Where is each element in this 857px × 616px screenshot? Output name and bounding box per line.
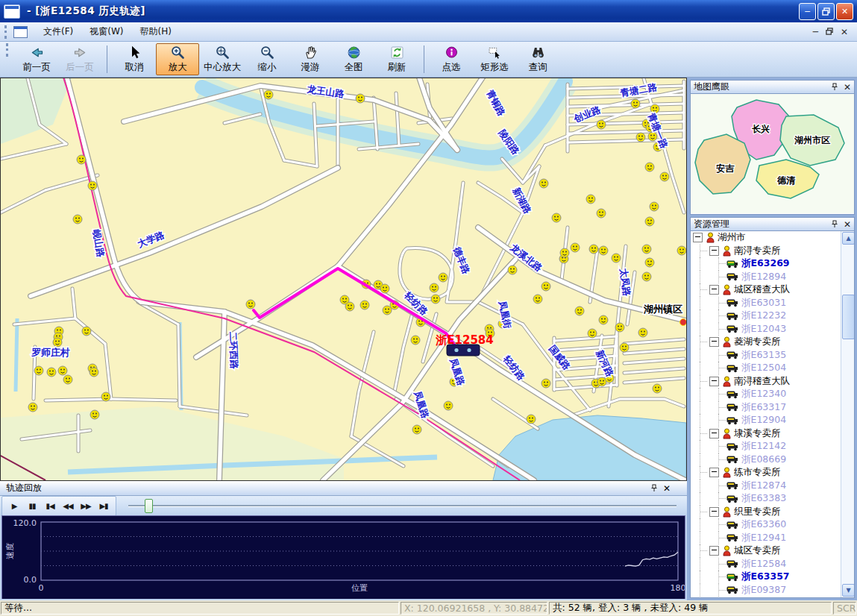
expand-icon[interactable] xyxy=(693,233,703,242)
smiley-marker-icon[interactable] xyxy=(571,243,580,252)
tree-vehicle[interactable]: 浙E63357 xyxy=(691,571,841,584)
fast-forward-button[interactable]: ▶▶ xyxy=(77,498,95,514)
mdi-close-button[interactable]: ✕ xyxy=(841,28,848,37)
smiley-marker-icon[interactable] xyxy=(620,343,629,352)
tree-group[interactable]: 菱湖专卖所 xyxy=(691,336,841,349)
toolbar-button-cancel-cursor[interactable]: 取消 xyxy=(113,43,156,75)
tree-vehicle[interactable]: 浙E12142 xyxy=(691,440,841,453)
smiley-marker-icon[interactable] xyxy=(63,375,72,384)
tree-group[interactable]: 城区稽查大队 xyxy=(691,283,841,297)
tree-vehicle[interactable]: 浙E12232 xyxy=(691,309,841,323)
tree-vehicle[interactable]: 浙E12904 xyxy=(691,414,841,427)
smiley-marker-icon[interactable] xyxy=(650,202,659,211)
tree-group[interactable]: 织里专卖所 xyxy=(691,506,841,519)
smiley-marker-icon[interactable] xyxy=(645,217,654,226)
pin-icon[interactable] xyxy=(831,220,838,228)
smiley-marker-icon[interactable] xyxy=(101,392,110,401)
pin-icon[interactable] xyxy=(831,83,838,91)
smiley-marker-icon[interactable] xyxy=(575,307,584,315)
pin-icon[interactable] xyxy=(650,484,658,492)
expand-icon[interactable] xyxy=(709,377,719,386)
menu-help[interactable]: 帮助(H) xyxy=(132,23,180,40)
toolbar-grip[interactable] xyxy=(4,25,9,39)
toolbar-button-rect-select[interactable]: 矩形选 xyxy=(473,43,516,75)
smiley-marker-icon[interactable] xyxy=(615,323,624,332)
smiley-marker-icon[interactable] xyxy=(541,282,550,291)
tree-vehicle[interactable]: 浙E12340 xyxy=(691,388,841,401)
close-pane-icon[interactable]: ✕ xyxy=(663,483,671,494)
smiley-marker-icon[interactable] xyxy=(586,195,595,204)
smiley-marker-icon[interactable] xyxy=(645,163,654,172)
map-viewport[interactable]: 龙王山路青铜路陵阳路创业路青塘二路青塘一路新湖路大学路岘山路德丰路龙溪北路轻纺路… xyxy=(0,78,687,481)
smiley-marker-icon[interactable] xyxy=(82,327,91,336)
expand-icon[interactable] xyxy=(709,507,719,517)
smiley-marker-icon[interactable] xyxy=(677,246,686,255)
smiley-marker-icon[interactable] xyxy=(412,425,421,434)
smiley-marker-icon[interactable] xyxy=(345,302,354,311)
smiley-marker-icon[interactable] xyxy=(597,120,606,129)
toolbar-button-prev-page[interactable]: 前一页 xyxy=(15,43,58,75)
playback-slider[interactable] xyxy=(128,495,677,515)
smiley-marker-icon[interactable] xyxy=(638,328,647,337)
smiley-marker-icon[interactable] xyxy=(356,94,365,103)
resource-header[interactable]: 资源管理 ✕ xyxy=(690,217,855,231)
toolbar-button-refresh[interactable]: 刷新 xyxy=(375,43,418,75)
smiley-marker-icon[interactable] xyxy=(527,415,536,424)
smiley-marker-icon[interactable] xyxy=(77,155,86,164)
tree-group[interactable]: 埭溪专卖所 xyxy=(691,427,841,441)
smiley-marker-icon[interactable] xyxy=(645,258,654,267)
slider-thumb[interactable] xyxy=(145,499,153,513)
smiley-marker-icon[interactable] xyxy=(588,329,597,338)
map-canvas[interactable]: 龙王山路青铜路陵阳路创业路青塘二路青塘一路新湖路大学路岘山路德丰路龙溪北路轻纺路… xyxy=(1,78,686,480)
smiley-marker-icon[interactable] xyxy=(599,315,608,324)
close-pane-icon[interactable]: ✕ xyxy=(844,83,851,92)
mdi-child-icon[interactable] xyxy=(13,26,28,38)
close-button[interactable]: ✕ xyxy=(836,3,853,20)
smiley-marker-icon[interactable] xyxy=(631,99,640,108)
tree-vehicle[interactable]: 浙E63360 xyxy=(691,518,841,532)
tree-group[interactable]: 练市专卖所 xyxy=(691,466,841,480)
slider-groove[interactable] xyxy=(128,505,677,507)
smiley-marker-icon[interactable] xyxy=(90,410,99,419)
tree-scrollbar[interactable]: ▲ ▼ xyxy=(841,231,854,597)
vehicle-tree[interactable]: 湖州市南浔专卖所浙E63269浙E12894城区稽查大队浙E63031浙E122… xyxy=(691,231,841,597)
expand-icon[interactable] xyxy=(709,285,719,295)
smiley-marker-icon[interactable] xyxy=(444,401,453,410)
smiley-marker-icon[interactable] xyxy=(264,90,273,99)
toolbar-button-pan-hand[interactable]: 漫游 xyxy=(289,43,332,75)
smiley-marker-icon[interactable] xyxy=(636,133,645,142)
smiley-marker-icon[interactable] xyxy=(411,336,420,345)
smiley-marker-icon[interactable] xyxy=(47,368,56,377)
tree-vehicle[interactable]: 浙E63031 xyxy=(691,297,841,310)
close-pane-icon[interactable]: ✕ xyxy=(844,220,851,229)
tree-group[interactable]: 城区专卖所 xyxy=(691,544,841,558)
toolbar-button-zoom-center[interactable]: 中心放大 xyxy=(199,43,245,75)
tree-group[interactable]: 南浔稽查大队 xyxy=(691,375,841,389)
pause-button[interactable]: ▮▮ xyxy=(23,498,41,514)
smiley-marker-icon[interactable] xyxy=(73,215,82,224)
eagle-eye-header[interactable]: 地图鹰眼 ✕ xyxy=(690,80,855,94)
step-start-button[interactable]: ▮◀ xyxy=(41,498,59,514)
expand-icon[interactable] xyxy=(709,246,719,256)
smiley-marker-icon[interactable] xyxy=(560,248,569,257)
smiley-marker-icon[interactable] xyxy=(660,172,669,181)
smiley-marker-icon[interactable] xyxy=(508,265,517,274)
scroll-up-icon[interactable]: ▲ xyxy=(842,232,855,245)
tree-group[interactable]: 南浔专卖所 xyxy=(691,245,841,258)
app-icon[interactable] xyxy=(4,4,20,19)
smiley-marker-icon[interactable] xyxy=(380,284,389,293)
tree-vehicle[interactable]: 浙E63383 xyxy=(691,492,841,506)
mdi-minimize-button[interactable]: ─ xyxy=(813,28,818,37)
tree-vehicle[interactable]: 浙E63135 xyxy=(691,349,841,362)
smiley-marker-icon[interactable] xyxy=(88,181,97,190)
smiley-marker-icon[interactable] xyxy=(246,300,255,309)
scroll-down-icon[interactable]: ▼ xyxy=(842,584,855,597)
toolbar-button-zoom-out[interactable]: 缩小 xyxy=(245,43,289,75)
rewind-button[interactable]: ◀◀ xyxy=(59,498,77,514)
smiley-marker-icon[interactable] xyxy=(642,272,651,281)
smiley-marker-icon[interactable] xyxy=(653,384,662,393)
expand-icon[interactable] xyxy=(709,546,719,556)
toolbar-button-binoculars[interactable]: 查询 xyxy=(516,43,559,75)
smiley-marker-icon[interactable] xyxy=(552,213,561,222)
poi-badge-icon[interactable] xyxy=(680,319,687,326)
